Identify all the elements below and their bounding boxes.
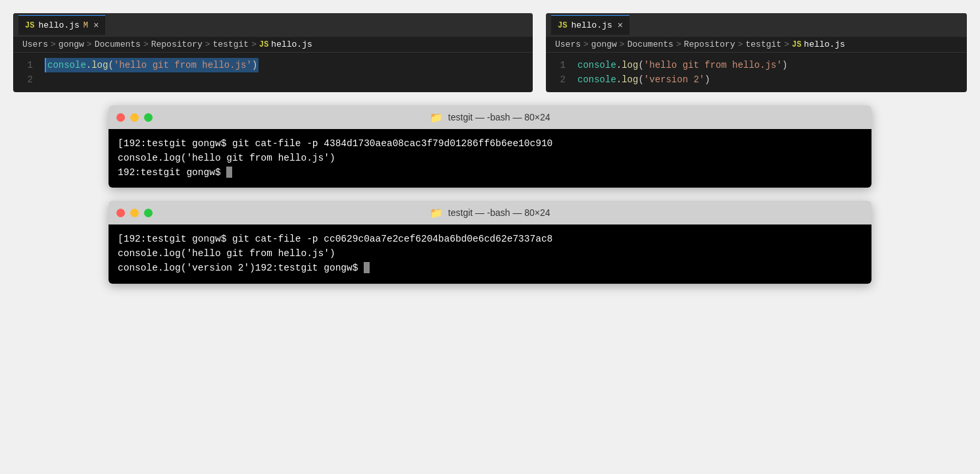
dot-yellow-2[interactable]: [130, 209, 139, 217]
js-icon-breadcrumb-right: JS: [792, 40, 801, 49]
folder-icon-1: 📁: [429, 111, 443, 124]
terminal-2-line3: console.log('version 2')192:testgit gong…: [118, 261, 862, 276]
terminal-2: 📁 testgit — -bash — 80×24 [192:testgit g…: [109, 201, 871, 283]
dot-green-2[interactable]: [144, 209, 153, 217]
editor-left: JS hello.js M × Users > gongw > Document…: [13, 13, 533, 92]
modified-badge: M: [84, 21, 88, 30]
terminal-1-cursor: [226, 167, 232, 178]
terminal-1: 📁 testgit — -bash — 80×24 [192:testgit g…: [109, 105, 871, 188]
code-string-left: 'hello git from hello.js': [114, 60, 252, 70]
terminal-2-dots: [116, 209, 153, 217]
breadcrumb-left: Users > gongw > Documents > Repository >…: [13, 37, 533, 53]
terminal-panels: 📁 testgit — -bash — 80×24 [192:testgit g…: [13, 105, 967, 284]
code-area-right: 1 2 console.log('hello git from hello.js…: [546, 53, 967, 92]
code-area-left: 1 2 console.log('hello git from hello.js…: [13, 53, 533, 92]
dot-red-2[interactable]: [116, 209, 125, 217]
terminal-1-line1: [192:testgit gongw$ git cat-file -p 4384…: [118, 137, 862, 151]
tab-hello-js-left[interactable]: JS hello.js M ×: [18, 15, 105, 35]
tab-hello-js-right[interactable]: JS hello.js ×: [551, 15, 629, 35]
code-console-left: console: [47, 60, 86, 70]
js-icon-right: JS: [558, 21, 567, 30]
terminal-2-title: 📁 testgit — -bash — 80×24: [429, 207, 550, 219]
code-line-1-right: console.log('hello git from hello.js'): [577, 58, 787, 72]
dot-yellow-1[interactable]: [130, 113, 139, 122]
terminal-1-title: 📁 testgit — -bash — 80×24: [429, 111, 550, 124]
tab-bar-left: JS hello.js M ×: [13, 13, 533, 37]
tab-label-right: hello.js: [571, 20, 612, 30]
terminal-1-title-text: testgit — -bash — 80×24: [448, 112, 550, 122]
code-line-2-left: [45, 72, 258, 87]
code-content-left: console.log('hello git from hello.js'): [39, 58, 264, 87]
editor-right: JS hello.js × Users > gongw > Documents …: [546, 13, 967, 92]
tab-bar-right: JS hello.js ×: [546, 13, 967, 37]
terminal-1-titlebar: 📁 testgit — -bash — 80×24: [109, 105, 871, 129]
terminal-2-cursor: [364, 262, 370, 273]
folder-icon-2: 📁: [429, 207, 443, 219]
dot-green-1[interactable]: [144, 113, 153, 122]
close-tab-right[interactable]: ×: [618, 20, 623, 31]
terminal-2-titlebar: 📁 testgit — -bash — 80×24: [109, 201, 871, 224]
terminal-2-title-text: testgit — -bash — 80×24: [448, 207, 550, 218]
line-numbers-right: 1 2: [546, 58, 572, 87]
terminal-2-line2: console.log('hello git from hello.js'): [118, 247, 862, 261]
js-icon-breadcrumb-left: JS: [259, 40, 268, 49]
terminal-2-body[interactable]: [192:testgit gongw$ git cat-file -p cc06…: [109, 224, 871, 283]
line-numbers-left: 1 2: [13, 58, 39, 87]
js-icon-left: JS: [25, 21, 34, 30]
breadcrumb-right: Users > gongw > Documents > Repository >…: [546, 37, 967, 53]
terminal-1-body[interactable]: [192:testgit gongw$ git cat-file -p 4384…: [109, 129, 871, 188]
code-log-left: log: [91, 60, 108, 70]
code-content-right: console.log('hello git from hello.js') c…: [572, 58, 793, 87]
dot-red-1[interactable]: [116, 113, 125, 122]
terminal-1-line3: 192:testgit gongw$: [118, 166, 862, 180]
code-line-1-left: console.log('hello git from hello.js'): [45, 58, 258, 72]
code-line-2-right: console.log('version 2'): [577, 72, 787, 87]
tab-label-left: hello.js: [38, 20, 79, 30]
terminal-1-dots: [116, 113, 153, 122]
terminal-1-line2: console.log('hello git from hello.js'): [118, 151, 862, 166]
terminal-2-line1: [192:testgit gongw$ git cat-file -p cc06…: [118, 232, 862, 247]
close-tab-left[interactable]: ×: [93, 20, 99, 31]
